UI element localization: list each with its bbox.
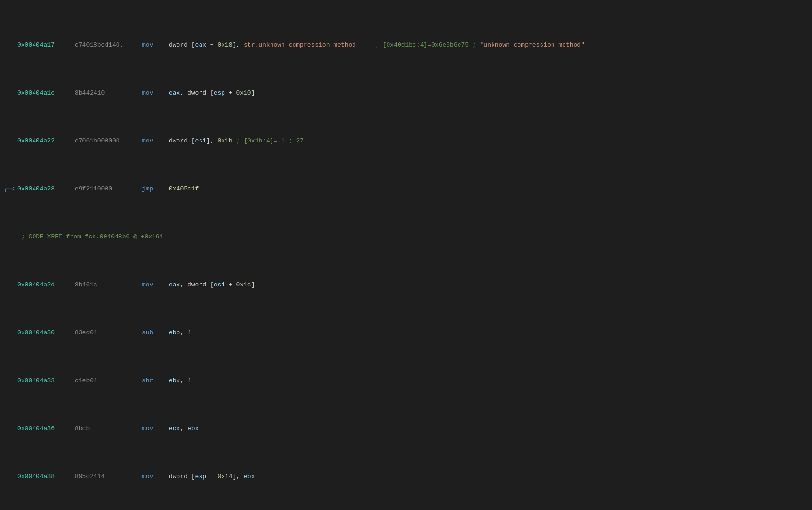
address-6: 0x00404a2d <box>17 280 75 290</box>
instruction-7: sub ebp, 4 <box>142 328 808 338</box>
bytes-9: 8bcb <box>75 424 142 434</box>
bytes-6: 8b461c <box>75 280 142 290</box>
address-8: 0x00404a33 <box>17 376 75 386</box>
mnemonic-10: mov <box>142 472 169 482</box>
bytes-10: 895c2414 <box>75 472 142 482</box>
address-10: 0x00404a38 <box>17 472 75 482</box>
bytes-8: c1eb04 <box>75 376 142 386</box>
instruction-2: mov eax, dword [esp + 0x10] <box>142 88 808 98</box>
operand-1: dword [eax + 0x18], str.unknown_compress… <box>169 40 356 50</box>
operand-6: eax, dword [esi + 0x1c] <box>169 280 255 290</box>
gutter-7 <box>4 328 17 338</box>
mnemonic-8: shr <box>142 376 169 386</box>
gutter-2 <box>4 88 17 98</box>
gutter-10 <box>4 472 17 482</box>
gutter-3 <box>4 136 17 146</box>
address-9: 0x00404a36 <box>17 424 75 434</box>
table-row[interactable]: 0x00404a2d 8b461c mov eax, dword [esi + … <box>0 280 812 290</box>
mnemonic-9: mov <box>142 424 169 434</box>
operand-2: eax, dword [esp + 0x10] <box>169 88 255 98</box>
address-4: 0x00404a28 <box>17 184 75 194</box>
operand-4: 0x405c1f <box>169 184 199 194</box>
gutter-6 <box>4 280 17 290</box>
bytes-4: e9f2110000 <box>75 184 142 194</box>
operand-8: ebx, 4 <box>169 376 191 386</box>
address-1: 0x00404a17 <box>17 40 75 50</box>
bytes-1: c74018bcd140. <box>75 40 142 50</box>
bytes-3: c7061b000000 <box>75 136 142 146</box>
gutter-1 <box>4 40 17 50</box>
disassembly-view: 0x00404a17 c74018bcd140. mov dword [eax … <box>0 0 812 510</box>
bytes-2: 8b442410 <box>75 88 142 98</box>
operand-10: dword [esp + 0x14], ebx <box>169 472 255 482</box>
instruction-9: mov ecx, ebx <box>142 424 808 434</box>
table-row[interactable]: 0x00404a30 83ed04 sub ebp, 4 <box>0 328 812 338</box>
instruction-8: shr ebx, 4 <box>142 376 808 386</box>
mnemonic-1: mov <box>142 40 169 50</box>
operand-9: ecx, ebx <box>169 424 199 434</box>
label-line: ; CODE XREF from fcn.004048b0 @ +0x161 <box>0 232 812 242</box>
gutter-8 <box>4 376 17 386</box>
address-7: 0x00404a30 <box>17 328 75 338</box>
table-row[interactable]: 0x00404a22 c7061b000000 mov dword [esi],… <box>0 136 812 146</box>
mnemonic-3: mov <box>142 136 169 146</box>
table-row[interactable]: 0x00404a17 c74018bcd140. mov dword [eax … <box>0 40 812 50</box>
mnemonic-2: mov <box>142 88 169 98</box>
operand-7: ebp, 4 <box>169 328 191 338</box>
instruction-4: jmp 0x405c1f <box>142 184 808 194</box>
table-row[interactable]: 0x00404a36 8bcb mov ecx, ebx <box>0 424 812 434</box>
table-row[interactable]: 0x00404a33 c1eb04 shr ebx, 4 <box>0 376 812 386</box>
operand-3: dword [esi], 0x1b <box>169 136 233 146</box>
address-3: 0x00404a22 <box>17 136 75 146</box>
mnemonic-6: mov <box>142 280 169 290</box>
comment-1: ; [0x40d1bc:4]=0x6e6b6e75 ; "unknown com… <box>375 40 585 50</box>
instruction-6: mov eax, dword [esi + 0x1c] <box>142 280 808 290</box>
gutter-9 <box>4 424 17 434</box>
bytes-7: 83ed04 <box>75 328 142 338</box>
instruction-1: mov dword [eax + 0x18], str.unknown_comp… <box>142 40 808 50</box>
table-row[interactable]: 0x00404a1e 8b442410 mov eax, dword [esp … <box>0 88 812 98</box>
mnemonic-7: sub <box>142 328 169 338</box>
mnemonic-4: jmp <box>142 184 169 194</box>
table-row[interactable]: 0x00404a38 895c2414 mov dword [esp + 0x1… <box>0 472 812 482</box>
comment-3: ; [0x1b:4]=-1 ; 27 <box>236 136 304 146</box>
address-2: 0x00404a1e <box>17 88 75 98</box>
instruction-3: mov dword [esi], 0x1b ; [0x1b:4]=-1 ; 27 <box>142 136 808 146</box>
table-row[interactable]: ┌─< 0x00404a28 e9f2110000 jmp 0x405c1f <box>0 184 812 194</box>
instruction-10: mov dword [esp + 0x14], ebx <box>142 472 808 482</box>
gutter-4: ┌─< <box>4 184 17 194</box>
